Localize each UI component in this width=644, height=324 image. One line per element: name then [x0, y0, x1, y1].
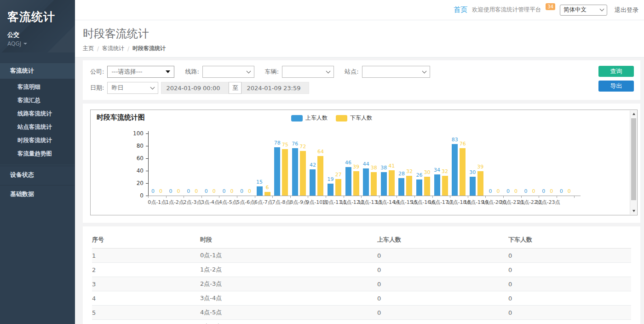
sidebar-subitem-period-flow-stats[interactable]: 时段客流统计: [0, 134, 75, 147]
bar-value-label: 41: [384, 163, 399, 169]
notification-badge[interactable]: 34: [546, 3, 555, 10]
scrollbar-down-button[interactable]: [630, 208, 637, 214]
vehicle-select[interactable]: [282, 66, 334, 78]
x-axis-tick: [397, 196, 397, 198]
y-axis-tick-label: 100: [128, 130, 144, 137]
bar-boarding: [363, 168, 369, 196]
sidebar: 客流统计 公交 AQGJ 客流统计 客流明细客流汇总线路客流统计站点客流统计时段…: [0, 0, 75, 324]
language-value: 简体中文: [564, 6, 586, 14]
chevron-down-icon: [150, 85, 155, 89]
chevron-down-icon: [600, 7, 604, 12]
breadcrumb: 主页 / 客流统计 / 时段客流统计: [83, 45, 644, 52]
table-cell: 5: [92, 306, 200, 320]
sidebar-item-device-status[interactable]: 设备状态: [0, 166, 75, 184]
sidebar-item-passenger-flow-stats[interactable]: 客流统计: [0, 63, 75, 79]
bar-alighting: [317, 156, 323, 196]
table-cell: 0: [377, 291, 508, 306]
bar-value-label: 32: [437, 168, 453, 174]
table-cell: 1: [92, 249, 200, 263]
bar-boarding: [292, 148, 298, 196]
sidebar-menu: 客流统计 客流明细客流汇总线路客流统计站点客流统计时段客流统计客流量趋势图 设备…: [0, 63, 75, 203]
table-header-row: 序号时段上车人数下车人数: [92, 231, 631, 249]
bar-boarding: [452, 144, 458, 196]
sidebar-header: 客流统计 公交 AQGJ: [0, 0, 75, 52]
user-dropdown[interactable]: AQGJ: [7, 40, 68, 47]
station-label: 站点:: [345, 68, 358, 76]
bar-value-label: 72: [295, 144, 310, 150]
export-button[interactable]: 导出: [598, 81, 634, 92]
sidebar-subitem-flow-detail[interactable]: 客流明细: [0, 81, 75, 94]
app-logo: 客流统计: [7, 9, 68, 24]
company-select[interactable]: ---请选择---: [107, 66, 174, 78]
x-axis-category-label: 6点-7点: [254, 199, 273, 206]
x-axis-category-label: 7点-8点: [272, 199, 291, 206]
chevron-down-icon: [326, 69, 331, 73]
x-axis-tick: [539, 196, 539, 198]
x-axis-tick: [574, 196, 575, 198]
sidebar-item-base-data[interactable]: 基础数据: [0, 185, 75, 203]
caret-down-icon: [23, 43, 27, 45]
bar-value-label: 64: [313, 149, 328, 155]
line-label: 线路:: [185, 68, 199, 76]
table-cell: 0点-1点: [200, 249, 377, 263]
x-axis-tick: [379, 196, 380, 198]
date-end-input[interactable]: [242, 82, 309, 94]
main-area: 首页 欢迎使用客流统计管理平台 34 简体中文 退出登录 时段客流统计 主页 /…: [75, 0, 644, 324]
table-row: 43点-4点00: [92, 291, 631, 306]
x-axis-tick: [485, 196, 486, 198]
filter-row-2: 日期: 昨日 至: [90, 82, 634, 94]
x-axis-category-label: 1点-2点: [166, 199, 184, 206]
bar-boarding: [416, 179, 422, 196]
line-select[interactable]: [202, 66, 254, 78]
x-axis-category-label: 5点-6点: [236, 199, 255, 206]
date-preset-value: 昨日: [111, 84, 123, 92]
breadcrumb-separator: /: [127, 46, 129, 52]
x-axis-tick: [521, 196, 522, 198]
legend-label: 下车人数: [350, 114, 372, 122]
y-axis-tick-label: 20: [128, 180, 144, 186]
bar-alighting: [442, 176, 448, 196]
bar-value-label: 0: [561, 188, 577, 194]
table-header-cell: 时段: [200, 231, 377, 249]
x-axis-tick: [414, 196, 415, 198]
table-header-cell: 上车人数: [377, 231, 508, 249]
table-cell: 0: [377, 277, 508, 291]
station-select[interactable]: [362, 66, 430, 78]
legend-item-boarding[interactable]: 上车人数: [291, 114, 328, 122]
x-axis-tick: [237, 196, 237, 198]
sidebar-subitem-flow-trend-chart[interactable]: 客流量趋势图: [0, 147, 75, 161]
sidebar-subitem-flow-summary[interactable]: 客流汇总: [0, 94, 75, 107]
breadcrumb-current: 时段客流统计: [132, 45, 166, 52]
home-link[interactable]: 首页: [454, 6, 467, 14]
x-axis-tick: [255, 196, 255, 198]
x-axis-category-label: 3点-4点: [201, 199, 219, 206]
language-select[interactable]: 简体中文: [560, 5, 607, 16]
search-button[interactable]: 查询: [598, 66, 634, 77]
sidebar-subitem-line-flow-stats[interactable]: 线路客流统计: [0, 107, 75, 121]
table-cell: 0: [377, 263, 508, 277]
page-title: 时段客流统计: [83, 26, 644, 41]
table-cell: 3点-4点: [200, 291, 377, 306]
x-axis-tick: [201, 196, 202, 198]
table-cell: 0: [377, 249, 508, 263]
breadcrumb-home[interactable]: 主页: [83, 45, 94, 52]
table-header-cell: 序号: [92, 231, 200, 249]
x-axis-tick: [432, 196, 433, 198]
bar-boarding: [328, 184, 334, 196]
scrollbar-thumb[interactable]: [631, 118, 636, 200]
table-cell: 4点-5点: [200, 306, 377, 320]
bar-alighting: [406, 176, 412, 196]
breadcrumb-section[interactable]: 客流统计: [102, 45, 124, 52]
table-cell: 2点-3点: [200, 277, 377, 291]
logout-link[interactable]: 退出登录: [615, 6, 638, 14]
x-axis-line: [148, 196, 581, 196]
table-panel: 序号时段上车人数下车人数 10点-1点0021点-2点0032点-3点0043点…: [83, 226, 640, 324]
x-axis-category-label: 22点-23点: [535, 199, 560, 206]
sidebar-subitem-station-flow-stats[interactable]: 站点客流统计: [0, 121, 75, 134]
date-preset-select[interactable]: 昨日: [107, 82, 158, 94]
scrollbar-up-button[interactable]: [630, 110, 637, 117]
legend-item-alighting[interactable]: 下车人数: [336, 114, 372, 122]
table-cell: 0: [508, 291, 631, 306]
bar-value-label: 76: [455, 141, 471, 147]
date-start-input[interactable]: [161, 82, 229, 94]
